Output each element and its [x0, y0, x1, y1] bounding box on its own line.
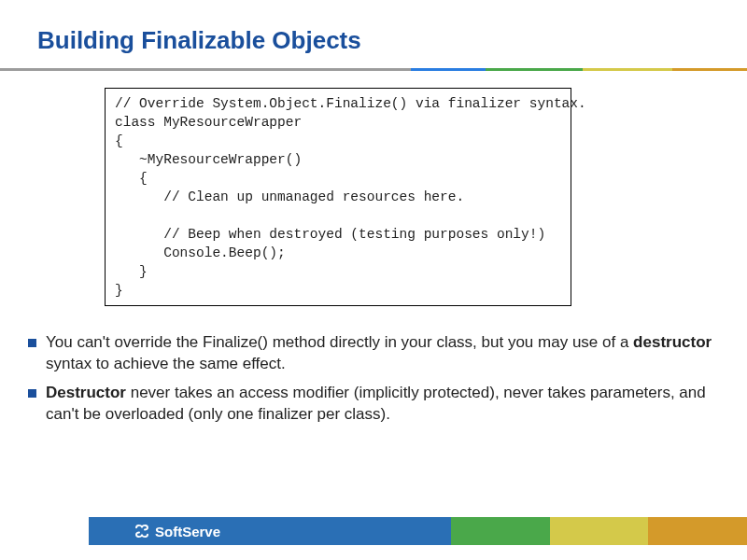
- brand-logo: SoftServe: [134, 523, 220, 539]
- bullet-text: You can't override the Finalize() method…: [46, 332, 719, 375]
- bullet-text: Destructor never takes an access modifie…: [46, 383, 719, 426]
- code-block: // Override System.Object.Finalize() via…: [105, 88, 571, 306]
- code-line: class MyResourceWrapper: [115, 115, 302, 130]
- bullet-marker-icon: [28, 389, 36, 398]
- code-line: }: [115, 283, 123, 298]
- text-bold: Destructor: [46, 384, 126, 401]
- code-line: {: [115, 171, 148, 186]
- bullet-marker-icon: [28, 339, 36, 347]
- code-line: // Override System.Object.Finalize() via…: [115, 96, 586, 111]
- softserve-icon: [134, 523, 150, 539]
- text-run: syntax to achieve the same effect.: [46, 355, 286, 372]
- slide-title: Building Finalizable Objects: [0, 0, 747, 68]
- title-divider: [0, 68, 747, 71]
- list-item: Destructor never takes an access modifie…: [28, 383, 719, 426]
- text-run: never takes an access modifier (implicit…: [46, 384, 706, 423]
- code-line: // Clean up unmanaged resources here.: [115, 189, 464, 204]
- text-bold: destructor: [633, 333, 712, 351]
- text-run: You can't override the Finalize() method…: [46, 333, 633, 351]
- code-line: }: [115, 264, 148, 279]
- code-line: // Beep when destroyed (testing purposes…: [115, 227, 545, 242]
- brand-name: SoftServe: [155, 524, 220, 539]
- footer-band: SoftServe: [89, 517, 747, 545]
- code-line: ~MyResourceWrapper(): [115, 152, 302, 167]
- code-line: Console.Beep();: [115, 245, 286, 260]
- bullet-list: You can't override the Finalize() method…: [28, 332, 719, 426]
- footer: SoftServe: [0, 517, 747, 545]
- list-item: You can't override the Finalize() method…: [28, 332, 719, 375]
- code-line: {: [115, 133, 123, 148]
